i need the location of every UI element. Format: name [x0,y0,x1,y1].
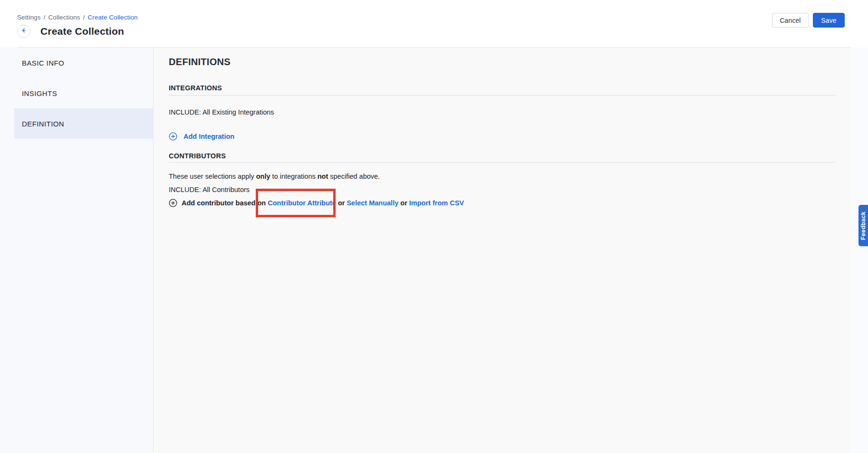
sidebar-item-definition[interactable]: DEFINITION [14,108,153,139]
breadcrumb: Settings / Collections / Create Collecti… [17,14,138,21]
breadcrumb-settings[interactable]: Settings [17,14,41,21]
save-button[interactable]: Save [813,13,845,28]
settings-sidebar: BASIC INFO INSIGHTS DEFINITION [0,48,154,453]
sidebar-item-basic-info[interactable]: BASIC INFO [14,48,153,78]
breadcrumb-collections[interactable]: Collections [48,14,80,21]
or-text: or [336,199,347,207]
contributors-note: These user selections apply only to inte… [169,172,836,181]
definition-panel: DEFINITIONS INTEGRATIONS INCLUDE: All Ex… [154,48,851,453]
note-bold-not: not [318,173,328,180]
cancel-button[interactable]: Cancel [772,13,809,28]
plus-circle-icon [169,132,177,141]
feedback-tab-label: Feedback [860,211,867,240]
note-text: These user selections apply [169,173,256,180]
integrations-include-text: INCLUDE: All Existing Integrations [169,107,836,117]
breadcrumb-separator: / [44,14,46,21]
contributors-section-heading: CONTRIBUTORS [169,151,836,163]
contributors-include-text: INCLUDE: All Contributors [169,185,836,194]
add-integration-button[interactable]: Add Integration [169,132,234,141]
or-text: or [398,199,409,207]
note-text: to integrations [270,173,318,180]
add-contributor-text: Add contributor based on Contributor Att… [182,198,464,208]
page-title: Create Collection [40,26,124,37]
create-collection-page: Settings / Collections / Create Collecti… [0,0,868,453]
title-row: Create Collection [17,25,124,38]
header-actions: Cancel Save [772,13,845,28]
contributor-attribute-link[interactable]: Contributor Attribute [268,199,336,207]
sidebar-item-insights[interactable]: INSIGHTS [14,78,153,108]
breadcrumb-separator: / [83,14,85,21]
add-contributor-row: Add contributor based on Contributor Att… [169,198,836,208]
note-bold-only: only [256,173,270,180]
integrations-section-heading: INTEGRATIONS [169,83,836,96]
add-integration-label: Add Integration [183,132,234,141]
arrow-left-icon [20,27,27,36]
feedback-tab[interactable]: Feedback [858,205,868,246]
select-manually-link[interactable]: Select Manually [347,199,398,207]
breadcrumb-create-collection[interactable]: Create Collection [87,14,137,21]
import-from-csv-link[interactable]: Import from CSV [409,199,464,207]
add-contributor-prefix: Add contributor based on [182,199,268,207]
definitions-title: DEFINITIONS [169,55,836,68]
plus-circle-icon[interactable] [169,199,177,207]
note-text: specified above. [328,173,380,180]
back-button[interactable] [17,25,30,38]
page-header: Settings / Collections / Create Collecti… [0,0,868,48]
